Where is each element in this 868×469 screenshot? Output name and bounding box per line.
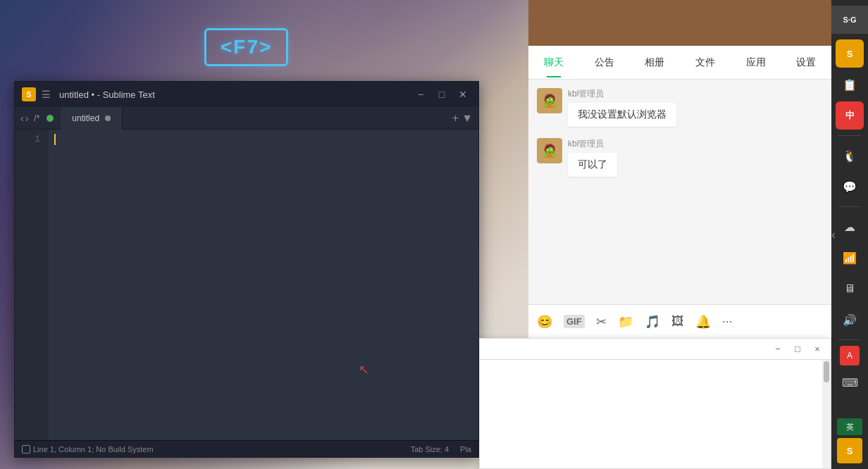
chinese-sidebar-icon[interactable]: 中	[836, 101, 864, 130]
nav-forward-icon[interactable]: ›	[25, 113, 29, 124]
line-numbers: 1	[15, 130, 49, 440]
maximize-button[interactable]: □	[433, 86, 450, 103]
sidebar-divider-3	[838, 339, 861, 340]
gif-button[interactable]: GIF	[564, 315, 585, 328]
message-bubble-1: 我没设置默认浏览器	[568, 103, 676, 127]
folder-button[interactable]: 📁	[618, 314, 633, 330]
chat-nav-notice[interactable]: 公告	[579, 48, 630, 77]
chat-toolbar: 😊 GIF ✂ 📁 🎵 🖼 🔔 ···	[528, 304, 831, 338]
right-sidebar: S·G S 📋 中 🐧 💬 ☁ 📶 🖥 🔊 A ⌨ 英 S ‹	[831, 0, 868, 469]
emoji-button[interactable]: 😊	[537, 314, 552, 330]
secondary-body	[480, 360, 831, 468]
scrollbar-thumb	[824, 361, 829, 382]
editor-body: 1 ↖	[15, 130, 478, 440]
notepad-sidebar-icon[interactable]: 📋	[836, 70, 864, 99]
sidebar-collapse-arrow[interactable]: ‹	[831, 227, 836, 242]
nav-back-icon[interactable]: ‹	[20, 113, 24, 124]
keyboard-sidebar-icon[interactable]: ⌨	[836, 368, 864, 396]
encoding-label: Pla	[460, 445, 471, 454]
sec-close-button[interactable]: ×	[810, 342, 825, 357]
sublime-toolbar: ‹ › /* untitled + ▼	[15, 107, 478, 130]
secondary-scrollbar[interactable]	[822, 360, 831, 468]
cloud-sidebar-icon[interactable]: ☁	[836, 213, 864, 241]
status-line-col: Line 1, Column 1; No Build System	[33, 445, 154, 454]
input-red-sidebar-icon[interactable]: A	[840, 346, 860, 365]
status-left: Line 1, Column 1; No Build System	[22, 445, 154, 454]
avatar-1: 🧟	[537, 88, 562, 113]
sublime-statusbar: Line 1, Column 1; No Build System Tab Si…	[15, 440, 478, 457]
minimize-button[interactable]: −	[412, 86, 429, 103]
tab-unsaved-dot	[105, 115, 111, 121]
chat-nav-chat[interactable]: 聊天	[528, 48, 579, 77]
monitor-sidebar-icon[interactable]: 🖥	[836, 275, 864, 303]
text-cursor	[54, 134, 56, 145]
add-tab-button[interactable]: +	[452, 112, 459, 125]
tab-actions: + ▼	[452, 112, 473, 125]
cursor-pointer-icon: ↖	[359, 362, 369, 377]
message-bubble-2: 可以了	[568, 153, 617, 177]
tab-size-label: Tab Size: 4	[411, 445, 449, 454]
toolbar-path: /*	[34, 113, 39, 123]
cut-button[interactable]: ✂	[596, 314, 607, 330]
sg-logo-text: S·G	[843, 15, 857, 24]
sidebar-divider-1	[838, 135, 861, 136]
wechat-sidebar-icon[interactable]: 💬	[836, 173, 864, 201]
chat-nav-album[interactable]: 相册	[629, 48, 680, 77]
close-button[interactable]: ✕	[454, 86, 471, 103]
sublime-sidebar-icon[interactable]: S	[836, 39, 864, 68]
chat-panel: 聊天 公告 相册 文件 应用 设置 🧟 kbl管理员 我没设置默认浏览器 🧟 k…	[528, 0, 831, 338]
message-group-1: 🧟 kbl管理员 我没设置默认浏览器	[537, 88, 823, 127]
tab-label: untitled	[72, 113, 99, 123]
f7-key-label: <F7>	[204, 28, 288, 66]
tab-area: untitled	[61, 107, 449, 130]
tab-untitled[interactable]: untitled	[61, 107, 123, 130]
volume-sidebar-icon[interactable]: 🔊	[836, 306, 864, 334]
sublime-title: untitled • - Sublime Text	[59, 89, 407, 100]
line-number-1: 1	[15, 132, 49, 146]
tab-dropdown-button[interactable]: ▼	[461, 112, 473, 125]
lang-en-button[interactable]: 英	[837, 418, 862, 435]
toolbar-nav[interactable]: ‹ ›	[20, 113, 28, 124]
more-button[interactable]: ···	[722, 314, 733, 329]
sublime-logo: S	[22, 87, 36, 101]
wifi-sidebar-icon[interactable]: 📶	[836, 244, 864, 272]
music-button[interactable]: 🎵	[645, 314, 660, 330]
bell-button[interactable]: 🔔	[695, 314, 711, 330]
sender-1: kbl管理员	[568, 88, 676, 100]
status-right: Tab Size: 4 Pla	[411, 445, 471, 454]
sender-2: kbl管理员	[568, 138, 617, 150]
sidebar-divider-2	[838, 206, 861, 207]
sublime-titlebar: S ☰ untitled • - Sublime Text − □ ✕	[15, 82, 478, 107]
avatar-2: 🧟	[537, 138, 562, 163]
sec-minimize-button[interactable]: −	[770, 342, 786, 357]
sublime-bottom-icon[interactable]: S	[837, 438, 862, 463]
image-button[interactable]: 🖼	[671, 314, 684, 329]
chat-nav: 聊天 公告 相册 文件 应用 设置	[528, 46, 831, 80]
message-group-2: 🧟 kbl管理员 可以了	[537, 138, 823, 177]
message-content-1: kbl管理员 我没设置默认浏览器	[568, 88, 676, 127]
status-dot	[46, 115, 54, 122]
secondary-window: − □ ×	[479, 338, 831, 469]
sublime-text-window: S ☰ untitled • - Sublime Text − □ ✕ ‹ › …	[14, 81, 479, 458]
chat-nav-settings[interactable]: 设置	[781, 48, 831, 77]
chat-header-bg	[528, 0, 831, 46]
chat-nav-apps[interactable]: 应用	[731, 48, 781, 77]
message-content-2: kbl管理员 可以了	[568, 138, 617, 177]
chat-nav-files[interactable]: 文件	[680, 48, 731, 77]
chat-messages: 🧟 kbl管理员 我没设置默认浏览器 🧟 kbl管理员 可以了	[528, 80, 831, 304]
cursor-line	[54, 132, 473, 146]
qq-sidebar-icon[interactable]: 🐧	[836, 142, 864, 170]
code-area[interactable]: ↖	[49, 130, 478, 440]
secondary-titlebar: − □ ×	[480, 339, 831, 360]
sec-maximize-button[interactable]: □	[790, 342, 805, 357]
status-indicator	[22, 445, 30, 454]
window-controls: − □ ✕	[412, 86, 471, 103]
menu-icon[interactable]: ☰	[42, 89, 51, 100]
